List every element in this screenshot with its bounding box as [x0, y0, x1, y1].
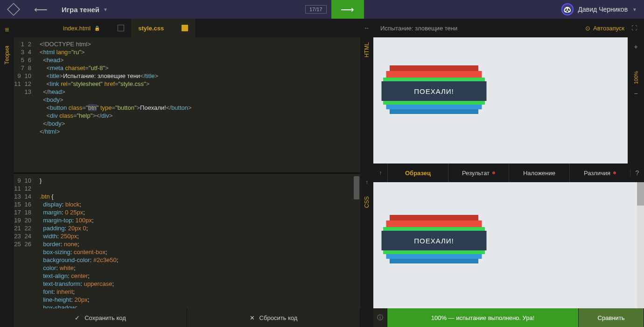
dot-icon [613, 171, 616, 174]
lock-icon: 🔒 [94, 26, 100, 31]
line-gutter: 1 2 3 4 5 6 7 8 9 10 11 12 13 [14, 37, 35, 172]
compare-canvas: ПОЕХАЛИ! [373, 182, 637, 308]
user-chevron-down-icon[interactable]: ▼ [632, 7, 637, 12]
zoom-in-button[interactable]: + [634, 37, 637, 56]
save-button[interactable]: ✓Сохранить код [14, 308, 187, 327]
reset-button[interactable]: ✕Сбросить код [187, 308, 360, 327]
up-arrow-icon[interactable]: ↑ [373, 170, 387, 176]
progress-counter: 17/17 [305, 5, 327, 14]
preview-header: Испытание: зловещие тени ⊙Автозапуск ⛶ [373, 19, 644, 37]
resize-handle-icon[interactable]: ↔ [360, 19, 373, 37]
fullscreen-icon[interactable]: ⛶ [631, 25, 637, 31]
next-arrow-button[interactable]: ⟶ [331, 0, 364, 19]
preview-tools: + 100% − [628, 37, 644, 164]
help-icon[interactable]: ? [630, 169, 644, 177]
up-arrow-icon[interactable]: ↑ [360, 173, 373, 192]
info-icon[interactable]: ⓘ [373, 308, 387, 327]
preview-pane: Испытание: зловещие тени ⊙Автозапуск ⛶ П… [373, 19, 644, 327]
chevron-down-icon[interactable]: ▼ [103, 7, 108, 12]
compare-button[interactable]: Сравнить [579, 308, 644, 327]
check-icon: ✓ [75, 314, 80, 321]
autorun-toggle[interactable]: ⊙Автозапуск [585, 25, 624, 32]
menu-icon[interactable]: ≡ [5, 26, 9, 34]
close-icon: ✕ [250, 314, 255, 321]
tab-diff[interactable]: Различия [569, 164, 630, 182]
tab-result[interactable]: Результат [448, 164, 509, 182]
preview-canvas: ПОЕХАЛИ! [373, 37, 628, 164]
html-code[interactable]: <!DOCTYPE html> <html lang="ru"> <head> … [35, 37, 360, 172]
theory-label[interactable]: Теория [4, 46, 10, 64]
tab-style-css[interactable]: style.css [131, 19, 195, 37]
status-message: 100% — испытание выполнено. Ура! [387, 308, 579, 327]
topbar: ⟵ Игра теней ▼ 17/17 ⟶ 🐼 Давид Черников … [0, 0, 644, 19]
html-label: HTML [360, 37, 373, 173]
resize-column: ↔ HTML ↑ CSS [360, 19, 373, 327]
dot-icon [492, 171, 495, 174]
css-editor[interactable]: 9 10 11 12 13 14 15 16 17 18 19 20 21 22… [14, 174, 360, 309]
avatar-icon[interactable]: 🐼 [561, 3, 574, 15]
tab-sample[interactable]: Образец [387, 164, 448, 182]
editor-footer: ✓Сохранить код ✕Сбросить код [14, 308, 360, 327]
css-label: CSS [360, 192, 373, 327]
username[interactable]: Давид Черников [578, 6, 628, 13]
compare-tabs: ↑ Образец Результат Наложение Различия ? [373, 164, 644, 182]
tab-indicator-icon [118, 25, 124, 31]
tab-index-html[interactable]: index.html 🔒 [56, 19, 131, 37]
editors-pane: index.html 🔒 style.css 1 2 3 4 5 6 7 8 9… [14, 19, 360, 327]
lesson-title[interactable]: Игра теней [62, 6, 99, 14]
preview-title: Испытание: зловещие тени [380, 25, 578, 32]
back-arrow-icon[interactable]: ⟵ [34, 4, 48, 15]
css-code[interactable]: } .btn { display: block; margin: 0 25px;… [35, 174, 360, 309]
tab-overlay[interactable]: Наложение [509, 164, 569, 182]
editor-tabs: index.html 🔒 style.css [14, 19, 360, 37]
sidebar: ≡ Теория [0, 19, 14, 327]
play-icon: ⊙ [585, 25, 590, 32]
result-footer: ⓘ 100% — испытание выполнено. Ура! Сравн… [373, 308, 644, 327]
scrollbar[interactable] [354, 176, 359, 199]
scrollbar[interactable] [637, 182, 644, 308]
line-gutter: 9 10 11 12 13 14 15 16 17 18 19 20 21 22… [14, 174, 35, 309]
zoom-out-button[interactable]: − [634, 84, 637, 103]
tab-indicator-icon [182, 25, 188, 31]
logo-icon [7, 3, 20, 16]
html-editor[interactable]: 1 2 3 4 5 6 7 8 9 10 11 12 13 <!DOCTYPE … [14, 37, 360, 172]
zoom-level: 100% [633, 56, 639, 84]
